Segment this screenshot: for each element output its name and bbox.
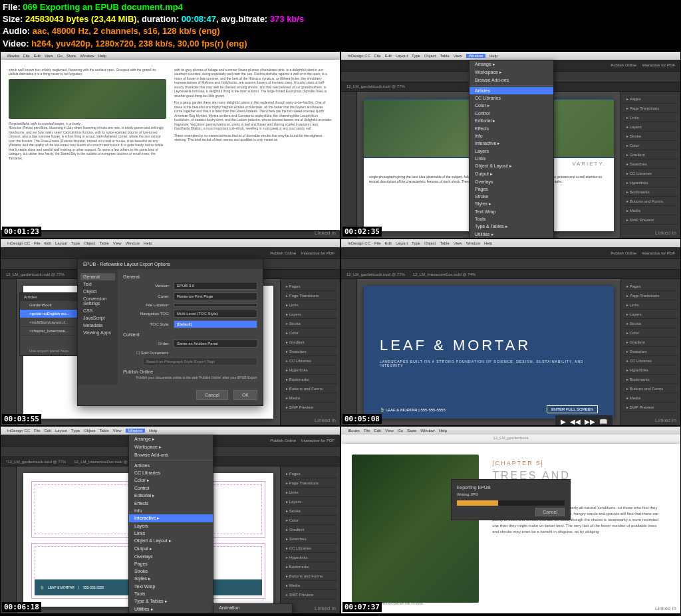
menu-item[interactable]: Links	[470, 155, 553, 162]
panel-stroke[interactable]: ▸ Stroke	[624, 319, 678, 328]
play-icon[interactable]: ▶	[561, 418, 566, 425]
panel-cc-libraries[interactable]: ▸ CC Libraries	[283, 544, 337, 553]
menu-item[interactable]: Type & Tables ▸	[129, 597, 213, 605]
menu-item[interactable]: Output ▸	[470, 170, 553, 178]
panel-layers[interactable]: ▸ Layers	[283, 310, 337, 319]
panel-swatches[interactable]: ▸ Swatches	[624, 159, 678, 169]
panel-swf-preview[interactable]: ▸ SWF Preview	[624, 215, 678, 225]
menu-item[interactable]: Workspace ▸	[129, 443, 213, 451]
menu-item[interactable]: CC Libraries	[129, 469, 213, 476]
menu-item[interactable]: Articles	[129, 462, 213, 469]
menu-item[interactable]: Editorial ▸	[470, 117, 553, 125]
tocstyle-select[interactable]: [Default]	[174, 320, 257, 328]
panel-pages[interactable]: ▸ Pages	[624, 94, 678, 104]
menu-item[interactable]: Control	[470, 110, 553, 117]
panel-pages[interactable]: ▸ Pages	[283, 469, 337, 478]
panel-cc-libraries[interactable]: ▸ CC Libraries	[624, 356, 678, 365]
panel-stroke[interactable]: ▸ Stroke	[624, 132, 678, 141]
menu-item[interactable]: Info	[470, 132, 553, 140]
panel-cc-libraries[interactable]: ▸ CC Libraries	[283, 356, 337, 365]
panel-buttons-and-forms[interactable]: ▸ Buttons and Forms	[283, 384, 337, 393]
menu-item[interactable]: Interactive ▸	[470, 140, 553, 148]
menu-item[interactable]: Utilities ▸	[470, 231, 553, 239]
menu-item[interactable]: Editorial ▸	[129, 492, 213, 500]
panel-links[interactable]: ▸ Links	[283, 488, 337, 497]
cover-select[interactable]: Rasterize First Page	[174, 292, 257, 300]
menu-item[interactable]: Browse Add-ons	[470, 76, 553, 84]
panel-pages[interactable]: ▸ Pages	[624, 282, 678, 291]
ok-button[interactable]: OK	[233, 390, 257, 400]
version-select[interactable]: EPUB 3.0	[174, 282, 257, 290]
panels-dock[interactable]: ▸ Pages▸ Page Transitions▸ Links▸ Layers…	[620, 92, 680, 238]
panel-bookmarks[interactable]: ▸ Bookmarks	[283, 562, 337, 571]
menu-item[interactable]: Arrange ▸	[129, 435, 213, 443]
menu-item[interactable]: Type & Tables ▸	[470, 223, 553, 231]
panel-swf-preview[interactable]: ▸ SWF Preview	[283, 403, 337, 412]
panel-page-transitions[interactable]: ▸ Page Transitions	[624, 104, 678, 113]
menu-item[interactable]: Output ▸	[129, 545, 213, 553]
next-icon[interactable]: ▶▶	[585, 418, 595, 425]
panel-color[interactable]: ▸ Color	[624, 141, 678, 150]
panel-links[interactable]: ▸ Links	[624, 113, 678, 122]
panel-bookmarks[interactable]: ▸ Bookmarks	[624, 187, 678, 197]
panel-media[interactable]: ▸ Media	[624, 393, 678, 403]
panel-swatches[interactable]: ▸ Swatches	[283, 534, 337, 544]
book-icon[interactable]: 📖	[599, 418, 607, 425]
panel-media[interactable]: ▸ Media	[624, 206, 678, 215]
order-select[interactable]: Same as Articles Panel	[174, 340, 257, 348]
panel-swatches[interactable]: ▸ Swatches	[624, 347, 678, 356]
cancel-button[interactable]: Cancel	[535, 508, 565, 516]
menu-item[interactable]: Effects	[470, 125, 553, 132]
panel-gradient[interactable]: ▸ Gradient	[283, 525, 337, 534]
menu-item[interactable]: Interactive ▸AnimationBookmarksButtons a…	[129, 514, 213, 522]
fullscreen-button[interactable]: ENTER FULL SCREEN	[547, 405, 598, 413]
panel-links[interactable]: ▸ Links	[283, 300, 337, 310]
panel-color[interactable]: ▸ Color	[624, 328, 678, 338]
menu-item[interactable]: Pages	[470, 185, 553, 193]
menu-item[interactable]: Tools	[470, 215, 553, 223]
menu-item[interactable]: Info	[129, 507, 213, 514]
menu-item[interactable]: Utilities ▸	[129, 605, 213, 613]
panel-stroke[interactable]: ▸ Stroke	[283, 506, 337, 516]
prev-icon[interactable]: ◀◀	[570, 418, 581, 425]
menu-item[interactable]: Control	[129, 484, 213, 492]
menu-item[interactable]: Text Wrap	[129, 583, 213, 590]
menu-item[interactable]: Styles ▸	[129, 575, 213, 583]
panel-hyperlinks[interactable]: ▸ Hyperlinks	[283, 365, 337, 375]
panel-media[interactable]: ▸ Media	[283, 581, 337, 590]
panel-swf-preview[interactable]: ▸ SWF Preview	[283, 590, 337, 599]
epub-preview-controls[interactable]: ▶ ◀◀ ▶▶ 📖	[555, 415, 613, 426]
menu-item[interactable]: Browse Add-ons	[129, 451, 213, 459]
panel-hyperlinks[interactable]: ▸ Hyperlinks	[624, 365, 678, 375]
panel-cc-libraries[interactable]: ▸ CC Libraries	[624, 169, 678, 178]
menu-item[interactable]: Object & Layout ▸	[470, 162, 553, 170]
panel-pages[interactable]: ▸ Pages	[283, 282, 337, 291]
panel-buttons-and-forms[interactable]: ▸ Buttons and Forms	[624, 384, 678, 393]
panel-layers[interactable]: ▸ Layers	[624, 122, 678, 132]
menu-item[interactable]: Text Wrap	[470, 208, 553, 215]
menu-item[interactable]: Links	[129, 530, 213, 537]
panel-links[interactable]: ▸ Links	[624, 300, 678, 310]
panel-hyperlinks[interactable]: ▸ Hyperlinks	[283, 553, 337, 562]
panel-page-transitions[interactable]: ▸ Page Transitions	[624, 291, 678, 300]
panel-bookmarks[interactable]: ▸ Bookmarks	[283, 375, 337, 384]
panel-media[interactable]: ▸ Media	[283, 393, 337, 403]
panel-page-transitions[interactable]: ▸ Page Transitions	[283, 478, 337, 488]
panel-stroke[interactable]: ▸ Stroke	[283, 319, 337, 328]
menu-item[interactable]: Color ▸	[129, 476, 213, 484]
navtoc-select[interactable]: Multi Level (TOC Style)	[174, 310, 257, 318]
panel-gradient[interactable]: ▸ Gradient	[624, 150, 678, 159]
menu-item[interactable]: Overlays	[129, 553, 213, 560]
menu-item[interactable]: Color ▸	[470, 102, 553, 110]
menu-item[interactable]: Pages	[129, 560, 213, 567]
menu-item[interactable]: Layers	[470, 148, 553, 155]
menu-item[interactable]: Tools	[129, 590, 213, 597]
menu-item[interactable]: Object & Layout ▸	[129, 537, 213, 545]
panel-page-transitions[interactable]: ▸ Page Transitions	[283, 291, 337, 300]
menu-item[interactable]: Overlays	[470, 178, 553, 185]
panel-swatches[interactable]: ▸ Swatches	[283, 347, 337, 356]
menu-item[interactable]: Styles ▸	[470, 200, 553, 208]
menu-item[interactable]: Stroke	[470, 193, 553, 200]
panel-layers[interactable]: ▸ Layers	[283, 497, 337, 506]
menu-item[interactable]: Articles	[470, 87, 553, 94]
